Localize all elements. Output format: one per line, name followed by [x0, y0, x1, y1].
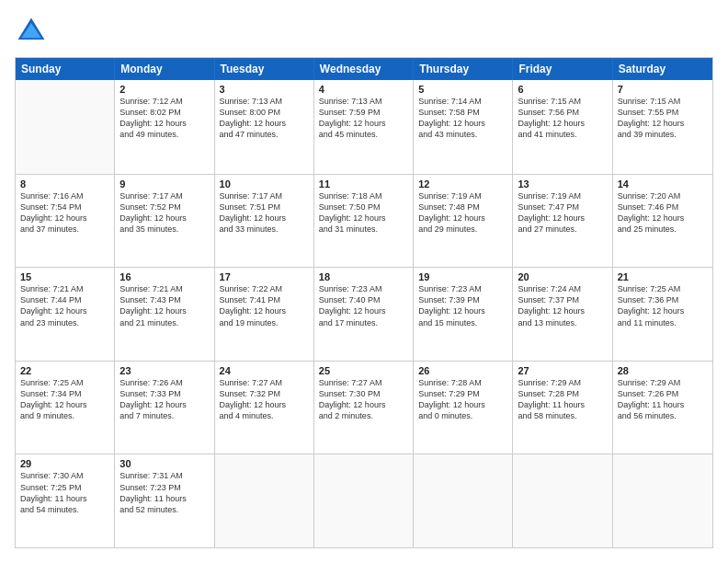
week-row-3: 22Sunrise: 7:25 AM Sunset: 7:34 PM Dayli…	[16, 361, 712, 454]
day-number: 13	[518, 178, 607, 190]
cell-text: Sunrise: 7:18 AM Sunset: 7:50 PM Dayligh…	[319, 190, 408, 236]
cell-text: Sunrise: 7:24 AM Sunset: 7:37 PM Dayligh…	[518, 283, 607, 328]
header-day-friday: Friday	[513, 58, 612, 80]
header-day-saturday: Saturday	[613, 58, 712, 80]
day-number: 10	[220, 178, 309, 190]
day-number: 6	[518, 84, 607, 95]
cal-cell	[16, 80, 115, 174]
day-number: 26	[418, 365, 507, 376]
header-day-sunday: Sunday	[16, 58, 115, 80]
cell-text: Sunrise: 7:29 AM Sunset: 7:26 PM Dayligh…	[618, 377, 708, 422]
day-number: 21	[618, 271, 708, 282]
day-number: 16	[119, 271, 209, 282]
cal-cell: 2Sunrise: 7:12 AM Sunset: 8:02 PM Daylig…	[115, 80, 214, 174]
cal-cell: 8Sunrise: 7:16 AM Sunset: 7:54 PM Daylig…	[16, 175, 115, 268]
cell-text: Sunrise: 7:17 AM Sunset: 7:52 PM Dayligh…	[119, 190, 209, 236]
day-number: 25	[319, 365, 408, 376]
cell-text: Sunrise: 7:26 AM Sunset: 7:33 PM Dayligh…	[119, 377, 209, 422]
calendar-body: 2Sunrise: 7:12 AM Sunset: 8:02 PM Daylig…	[16, 80, 712, 547]
cal-cell: 13Sunrise: 7:19 AM Sunset: 7:47 PM Dayli…	[513, 175, 612, 268]
cal-cell	[314, 454, 414, 547]
day-number: 17	[220, 271, 309, 282]
cell-text: Sunrise: 7:29 AM Sunset: 7:28 PM Dayligh…	[518, 377, 607, 422]
week-row-4: 29Sunrise: 7:30 AM Sunset: 7:25 PM Dayli…	[16, 454, 712, 547]
cell-text: Sunrise: 7:21 AM Sunset: 7:43 PM Dayligh…	[119, 283, 209, 328]
cal-cell: 22Sunrise: 7:25 AM Sunset: 7:34 PM Dayli…	[16, 362, 115, 454]
day-number: 24	[220, 365, 309, 376]
cal-cell: 12Sunrise: 7:19 AM Sunset: 7:48 PM Dayli…	[414, 175, 513, 268]
cal-cell	[613, 454, 712, 547]
header	[15, 15, 713, 48]
cal-cell	[513, 454, 612, 547]
cal-cell: 14Sunrise: 7:20 AM Sunset: 7:46 PM Dayli…	[613, 175, 712, 268]
cell-text: Sunrise: 7:23 AM Sunset: 7:39 PM Dayligh…	[418, 283, 507, 328]
day-number: 27	[518, 365, 607, 376]
cal-cell: 24Sunrise: 7:27 AM Sunset: 7:32 PM Dayli…	[215, 362, 314, 454]
cell-text: Sunrise: 7:20 AM Sunset: 7:46 PM Dayligh…	[618, 190, 708, 236]
logo	[15, 15, 53, 48]
header-day-tuesday: Tuesday	[215, 58, 314, 80]
calendar: SundayMondayTuesdayWednesdayThursdayFrid…	[15, 57, 713, 548]
cell-text: Sunrise: 7:15 AM Sunset: 7:55 PM Dayligh…	[618, 96, 708, 141]
cal-cell: 11Sunrise: 7:18 AM Sunset: 7:50 PM Dayli…	[314, 175, 414, 268]
day-number: 5	[418, 84, 507, 95]
cal-cell: 20Sunrise: 7:24 AM Sunset: 7:37 PM Dayli…	[513, 268, 612, 361]
header-day-monday: Monday	[115, 58, 214, 80]
cell-text: Sunrise: 7:23 AM Sunset: 7:40 PM Dayligh…	[319, 283, 408, 328]
day-number: 28	[618, 365, 708, 376]
cell-text: Sunrise: 7:31 AM Sunset: 7:23 PM Dayligh…	[119, 470, 209, 515]
cal-cell: 26Sunrise: 7:28 AM Sunset: 7:29 PM Dayli…	[414, 362, 513, 454]
logo-icon	[15, 15, 48, 48]
cal-cell: 4Sunrise: 7:13 AM Sunset: 7:59 PM Daylig…	[314, 80, 414, 174]
day-number: 7	[618, 84, 708, 95]
cell-text: Sunrise: 7:12 AM Sunset: 8:02 PM Dayligh…	[119, 96, 209, 141]
cal-cell: 19Sunrise: 7:23 AM Sunset: 7:39 PM Dayli…	[414, 268, 513, 361]
day-number: 23	[119, 365, 209, 376]
day-number: 12	[418, 178, 507, 190]
cell-text: Sunrise: 7:28 AM Sunset: 7:29 PM Dayligh…	[418, 377, 507, 422]
cell-text: Sunrise: 7:21 AM Sunset: 7:44 PM Dayligh…	[20, 283, 109, 328]
cal-cell	[414, 454, 513, 547]
cal-cell: 10Sunrise: 7:17 AM Sunset: 7:51 PM Dayli…	[215, 175, 314, 268]
calendar-header: SundayMondayTuesdayWednesdayThursdayFrid…	[16, 58, 712, 80]
day-number: 11	[319, 178, 408, 190]
day-number: 22	[20, 365, 109, 376]
day-number: 18	[319, 271, 408, 282]
day-number: 3	[220, 84, 309, 95]
cell-text: Sunrise: 7:27 AM Sunset: 7:32 PM Dayligh…	[220, 377, 309, 422]
week-row-0: 2Sunrise: 7:12 AM Sunset: 8:02 PM Daylig…	[16, 80, 712, 174]
cell-text: Sunrise: 7:16 AM Sunset: 7:54 PM Dayligh…	[20, 190, 109, 236]
cal-cell: 5Sunrise: 7:14 AM Sunset: 7:58 PM Daylig…	[414, 80, 513, 174]
cal-cell: 9Sunrise: 7:17 AM Sunset: 7:52 PM Daylig…	[115, 175, 214, 268]
header-day-thursday: Thursday	[414, 58, 513, 80]
cell-text: Sunrise: 7:30 AM Sunset: 7:25 PM Dayligh…	[20, 470, 109, 515]
week-row-2: 15Sunrise: 7:21 AM Sunset: 7:44 PM Dayli…	[16, 267, 712, 361]
day-number: 8	[20, 178, 109, 190]
cell-text: Sunrise: 7:27 AM Sunset: 7:30 PM Dayligh…	[319, 377, 408, 422]
cal-cell	[215, 454, 314, 547]
cal-cell: 15Sunrise: 7:21 AM Sunset: 7:44 PM Dayli…	[16, 268, 115, 361]
cal-cell: 25Sunrise: 7:27 AM Sunset: 7:30 PM Dayli…	[314, 362, 414, 454]
week-row-1: 8Sunrise: 7:16 AM Sunset: 7:54 PM Daylig…	[16, 174, 712, 268]
cal-cell: 27Sunrise: 7:29 AM Sunset: 7:28 PM Dayli…	[513, 362, 612, 454]
cal-cell: 29Sunrise: 7:30 AM Sunset: 7:25 PM Dayli…	[16, 454, 115, 547]
cell-text: Sunrise: 7:25 AM Sunset: 7:34 PM Dayligh…	[20, 377, 109, 422]
cal-cell: 23Sunrise: 7:26 AM Sunset: 7:33 PM Dayli…	[115, 362, 214, 454]
cell-text: Sunrise: 7:19 AM Sunset: 7:47 PM Dayligh…	[518, 190, 607, 236]
cal-cell: 18Sunrise: 7:23 AM Sunset: 7:40 PM Dayli…	[314, 268, 414, 361]
cal-cell: 28Sunrise: 7:29 AM Sunset: 7:26 PM Dayli…	[613, 362, 712, 454]
day-number: 29	[20, 458, 109, 469]
day-number: 15	[20, 271, 109, 282]
cal-cell: 16Sunrise: 7:21 AM Sunset: 7:43 PM Dayli…	[115, 268, 214, 361]
day-number: 2	[119, 84, 209, 95]
day-number: 30	[119, 458, 209, 469]
page: SundayMondayTuesdayWednesdayThursdayFrid…	[0, 0, 728, 563]
day-number: 4	[319, 84, 408, 95]
day-number: 20	[518, 271, 607, 282]
day-number: 19	[418, 271, 507, 282]
cal-cell: 30Sunrise: 7:31 AM Sunset: 7:23 PM Dayli…	[115, 454, 214, 547]
cell-text: Sunrise: 7:17 AM Sunset: 7:51 PM Dayligh…	[220, 190, 309, 236]
cell-text: Sunrise: 7:13 AM Sunset: 8:00 PM Dayligh…	[220, 96, 309, 141]
cal-cell: 7Sunrise: 7:15 AM Sunset: 7:55 PM Daylig…	[613, 80, 712, 174]
day-number: 14	[618, 178, 708, 190]
